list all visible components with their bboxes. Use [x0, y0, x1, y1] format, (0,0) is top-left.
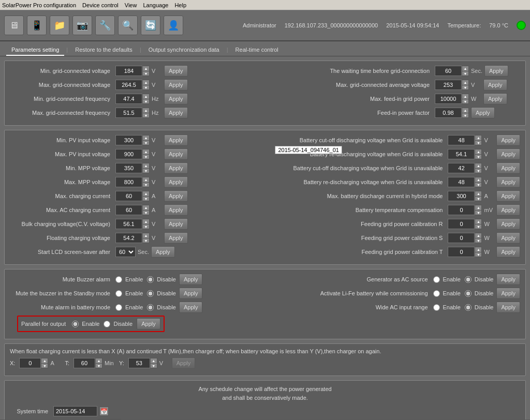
spinner-min-grid-voltage[interactable]: ▲▼: [142, 66, 150, 76]
apply-bat-redischarge-ua[interactable]: Apply: [496, 176, 520, 188]
spinner-feed-t[interactable]: ▲▼: [475, 247, 482, 257]
radio-gen-ac-enable[interactable]: [433, 276, 440, 283]
toolbar-icon-1[interactable]: 🖥: [4, 16, 24, 35]
apply-mute-buzzer[interactable]: Apply: [179, 274, 203, 285]
spinner-bat-cutoff-ua[interactable]: ▲▼: [475, 163, 482, 173]
menu-solarpowerpro[interactable]: SolarPower Pro configuration: [2, 2, 76, 8]
apply-max-ac-charge[interactable]: Apply: [164, 204, 188, 216]
spinner-down[interactable]: ▼: [142, 85, 150, 90]
radio-mute-buzzer-enable[interactable]: [115, 276, 122, 283]
spinner-down[interactable]: ▼: [142, 71, 150, 76]
spinner-up[interactable]: ▲: [462, 80, 469, 85]
input-min-mpp-v[interactable]: 350: [115, 163, 142, 173]
radio-gen-ac-disable[interactable]: [465, 276, 472, 283]
input-max-pv-voltage[interactable]: 900: [115, 149, 142, 159]
apply-min-mpp-v[interactable]: Apply: [164, 162, 188, 174]
apply-bat-temp-comp[interactable]: Apply: [496, 204, 520, 216]
spinner-x[interactable]: ▲▼: [41, 358, 48, 368]
spinner-max-charge[interactable]: ▲▼: [142, 191, 150, 201]
input-bat-cutoff-ga[interactable]: 48: [448, 135, 475, 145]
radio-wide-ac-enable[interactable]: [433, 304, 440, 311]
spinner-down[interactable]: ▼: [462, 85, 469, 90]
apply-max-bat-discharge[interactable]: Apply: [496, 190, 520, 202]
apply-bat-redischarge-a[interactable]: Apply: [496, 148, 520, 160]
input-y[interactable]: 53: [128, 358, 150, 368]
tab-output-sync[interactable]: Output synchronization data: [143, 44, 225, 56]
input-min-grid-freq[interactable]: 47.4: [115, 94, 142, 104]
spinner-y[interactable]: ▲▼: [150, 358, 157, 368]
apply-min-grid-voltage[interactable]: Apply: [164, 65, 188, 77]
spinner-min-grid-freq[interactable]: ▲▼: [142, 94, 150, 104]
spinner-bat-redischarge-a[interactable]: ▲▼: [475, 149, 482, 159]
input-feed-grid-r[interactable]: 0: [448, 219, 475, 229]
menu-devicecontrol[interactable]: Device control: [82, 2, 119, 8]
input-avg-voltage[interactable]: 253: [435, 80, 462, 90]
input-bulk-voltage[interactable]: 56.1: [115, 219, 142, 229]
spinner-bat-temp[interactable]: ▲▼: [475, 205, 482, 215]
spinner-up[interactable]: ▲: [142, 108, 150, 113]
input-bat-temp-comp[interactable]: 0: [448, 205, 475, 215]
input-feed-grid-s[interactable]: 0: [448, 233, 475, 243]
input-max-charge-current[interactable]: 60: [115, 191, 142, 201]
spinner-feed-power[interactable]: ▲▼: [462, 94, 469, 104]
spinner-max-pv-v[interactable]: ▲▼: [142, 149, 150, 159]
spinner-bat-redischarge-ua[interactable]: ▲▼: [475, 177, 482, 187]
spinner-float-v[interactable]: ▲▼: [142, 233, 150, 243]
apply-float-voltage[interactable]: Apply: [164, 232, 188, 244]
toolbar-icon-3[interactable]: 📁: [50, 16, 69, 35]
apply-generator-ac[interactable]: Apply: [496, 274, 520, 285]
apply-bat-cutoff-ua[interactable]: Apply: [496, 162, 520, 174]
spinner-max-grid-freq[interactable]: ▲▼: [142, 108, 150, 118]
input-feed-grid-t[interactable]: 0: [448, 247, 475, 257]
apply-feed-power[interactable]: Apply: [483, 93, 507, 104]
input-waiting-time[interactable]: 60: [435, 66, 462, 76]
input-t[interactable]: 60: [73, 358, 95, 368]
spinner-down[interactable]: ▼: [142, 113, 150, 118]
input-x[interactable]: 0: [19, 358, 41, 368]
apply-life-battery[interactable]: Apply: [496, 288, 520, 299]
input-max-grid-freq[interactable]: 51.5: [115, 108, 142, 118]
toolbar-icon-4[interactable]: 📷: [72, 16, 92, 35]
spinner-down[interactable]: ▼: [462, 113, 469, 118]
spinner-power-factor[interactable]: ▲▼: [462, 108, 469, 118]
input-power-factor[interactable]: 0.98: [435, 108, 462, 118]
spinner-bat-cutoff-ga[interactable]: ▲▼: [475, 135, 482, 145]
input-max-bat-discharge[interactable]: 300: [448, 191, 475, 201]
apply-min-pv-v[interactable]: Apply: [164, 134, 188, 146]
apply-max-pv-v[interactable]: Apply: [164, 148, 188, 160]
menu-help[interactable]: Help: [174, 2, 186, 8]
input-float-voltage[interactable]: 54.2: [115, 233, 142, 243]
spinner-up[interactable]: ▲: [462, 66, 469, 71]
apply-parallel[interactable]: Apply: [137, 318, 160, 329]
radio-parallel-enable[interactable]: [72, 321, 79, 327]
spinner-t[interactable]: ▲▼: [95, 358, 102, 368]
apply-waiting-time[interactable]: Apply: [484, 65, 508, 77]
radio-parallel-disable[interactable]: [104, 321, 110, 327]
spinner-up[interactable]: ▲: [462, 108, 469, 113]
tab-realtime-control[interactable]: Real-time control: [230, 44, 284, 56]
apply-min-grid-freq[interactable]: Apply: [164, 93, 188, 104]
radio-wide-ac-disable[interactable]: [465, 304, 472, 311]
radio-life-bat-enable[interactable]: [433, 290, 440, 297]
apply-avg-voltage[interactable]: Apply: [483, 79, 507, 91]
input-feed-power[interactable]: 10000: [435, 94, 462, 104]
input-min-grid-voltage[interactable]: 184: [115, 66, 142, 76]
apply-bat-cutoff-ga[interactable]: Apply: [496, 134, 520, 146]
spinner-up[interactable]: ▲: [142, 94, 150, 99]
input-date[interactable]: 2015-05-14: [53, 406, 97, 416]
spinner-max-bat-d[interactable]: ▲▼: [475, 191, 482, 201]
spinner-up[interactable]: ▲: [462, 94, 469, 99]
toolbar-icon-6[interactable]: 🔍: [118, 16, 138, 35]
toolbar-icon-2[interactable]: 📱: [27, 16, 47, 35]
input-min-pv-voltage[interactable]: 300: [115, 135, 142, 145]
toolbar-icon-5[interactable]: 🔧: [95, 16, 115, 35]
radio-battery-disable[interactable]: [147, 304, 154, 311]
apply-max-grid-voltage[interactable]: Apply: [164, 79, 188, 91]
spinner-down[interactable]: ▼: [142, 99, 150, 104]
radio-standby-disable[interactable]: [147, 290, 154, 297]
apply-feed-grid-r[interactable]: Apply: [496, 218, 520, 230]
calendar-icon[interactable]: 📅: [99, 407, 109, 416]
input-max-mpp-v[interactable]: 800: [115, 177, 142, 187]
apply-system-time[interactable]: Apply: [97, 419, 121, 419]
radio-mute-buzzer-disable[interactable]: [147, 276, 154, 283]
